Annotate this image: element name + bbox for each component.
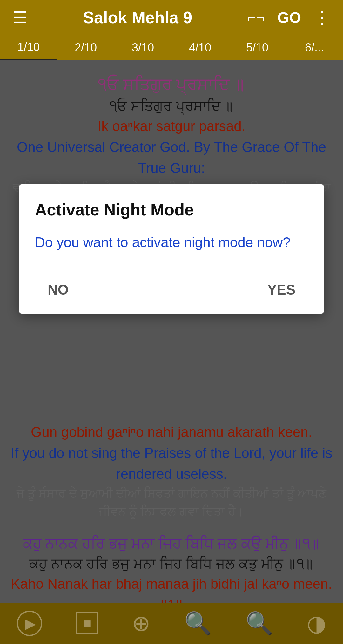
page-title: Salok Mehla 9 bbox=[28, 8, 248, 27]
menu-icon[interactable]: ☰ bbox=[13, 8, 28, 27]
tab-5-10[interactable]: 5/10 bbox=[229, 35, 286, 60]
dialog-divider bbox=[35, 272, 308, 272]
dialog-overlay bbox=[0, 60, 343, 644]
dialog-title: Activate Night Mode bbox=[35, 200, 308, 219]
more-options-icon[interactable]: ⋮ bbox=[314, 8, 330, 27]
yes-button[interactable]: YES bbox=[255, 275, 308, 304]
header-actions: ⌐¬ GO ⋮ bbox=[248, 8, 330, 27]
dialog-buttons: NO YES bbox=[35, 275, 308, 304]
no-button[interactable]: NO bbox=[35, 275, 81, 304]
app-header: ☰ Salok Mehla 9 ⌐¬ GO ⋮ bbox=[0, 0, 343, 35]
go-button[interactable]: GO bbox=[277, 9, 301, 26]
tab-2-10[interactable]: 2/10 bbox=[57, 35, 114, 60]
tab-6-10[interactable]: 6/... bbox=[286, 35, 343, 60]
tab-3-10[interactable]: 3/10 bbox=[114, 35, 172, 60]
main-content: ੧ਓ ਸਤਿਗੁਰ ਪ੍ਰਸਾਦਿ ॥ ੧ਓ ਸਤਿਗੁਰ ਪ੍ਰਸਾਦਿ ॥ … bbox=[0, 60, 343, 644]
dialog-message: Do you want to activate night mode now? bbox=[35, 232, 308, 253]
night-mode-dialog: Activate Night Mode Do you want to activ… bbox=[19, 184, 324, 314]
fullscreen-icon[interactable]: ⌐¬ bbox=[248, 9, 265, 26]
tab-4-10[interactable]: 4/10 bbox=[172, 35, 229, 60]
tabs-bar: 1/10 2/10 3/10 4/10 5/10 6/... bbox=[0, 35, 343, 60]
tab-1-10[interactable]: 1/10 bbox=[0, 35, 57, 60]
